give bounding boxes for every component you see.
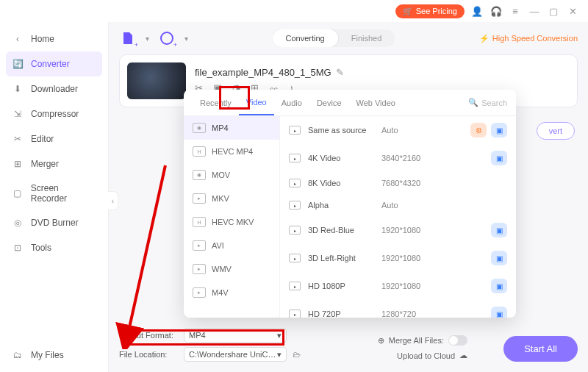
format-type-hevc-mp4[interactable]: HHEVC MP4: [184, 140, 279, 163]
create-icon[interactable]: ▣: [491, 223, 507, 237]
format-type-mov[interactable]: ◉MOV: [184, 163, 279, 187]
format-preset-list: ▸Same as sourceAuto⚙▣ ▸4K Video3840*2160…: [279, 116, 516, 318]
chevron-down-icon[interactable]: ▾: [146, 35, 149, 43]
chevron-down-icon[interactable]: ▾: [184, 35, 188, 43]
add-file-button[interactable]: +: [119, 29, 137, 47]
sidebar-item-merger[interactable]: ⊞Merger: [0, 151, 108, 176]
format-type-mp4[interactable]: ◉MP4: [184, 116, 279, 140]
preset-3d-left-right[interactable]: ▸3D Left-Right1920*1080▣: [280, 244, 516, 272]
high-speed-toggle[interactable]: ⚡ High Speed Conversion: [479, 34, 578, 43]
close-icon[interactable]: ✕: [566, 4, 579, 18]
tab-audio[interactable]: Audio: [274, 91, 309, 115]
preset-8k[interactable]: ▸8K Video7680*4320: [280, 172, 516, 194]
folder-icon: 🗂: [12, 349, 24, 361]
minimize-icon[interactable]: —: [528, 4, 541, 18]
sidebar-item-converter[interactable]: 🔄Converter: [6, 51, 102, 76]
preset-name: Alpha: [308, 201, 381, 210]
play-icon: ▸: [289, 310, 301, 318]
svg-line-1: [129, 165, 165, 331]
format-type-label: HEVC MKV: [212, 218, 254, 226]
download-icon: ⬇: [12, 83, 24, 95]
create-icon[interactable]: ▣: [491, 151, 507, 165]
format-type-wmv[interactable]: ▸WMV: [184, 257, 279, 281]
tab-video[interactable]: Video: [239, 90, 274, 115]
merge-icon: ⊕: [378, 336, 384, 346]
sidebar-item-my-files[interactable]: 🗂My Files: [0, 343, 108, 368]
create-icon[interactable]: ▣: [491, 123, 507, 137]
sidebar-item-dvd-burner[interactable]: ◎DVD Burner: [0, 210, 108, 235]
create-icon[interactable]: ▣: [491, 251, 507, 265]
user-icon[interactable]: 👤: [470, 4, 484, 18]
video-file-icon: ◉: [193, 123, 206, 133]
settings-icon[interactable]: ⚙: [470, 123, 487, 137]
create-icon[interactable]: ▣: [491, 307, 507, 318]
play-icon: ▸: [289, 179, 301, 187]
tab-web-video[interactable]: Web Video: [349, 91, 403, 115]
compress-icon: ⇲: [12, 108, 24, 120]
sidebar-item-compressor[interactable]: ⇲Compressor: [0, 101, 108, 126]
headset-icon[interactable]: 🎧: [490, 4, 503, 18]
preset-name: Same as source: [308, 126, 381, 135]
file-location-label: File Location:: [119, 350, 178, 359]
chevron-down-icon: ▾: [277, 350, 282, 360]
sidebar-item-label: Downloader: [31, 84, 78, 94]
play-icon: ▸: [289, 282, 301, 290]
output-format-select[interactable]: MP4 ▾: [184, 328, 287, 343]
sidebar-item-downloader[interactable]: ⬇Downloader: [0, 76, 108, 101]
titlebar: 🛒 See Pricing 👤 🎧 ≡ — ▢ ✕: [0, 0, 588, 22]
format-type-m4v[interactable]: ▸M4V: [184, 281, 279, 304]
format-type-label: MKV: [212, 194, 229, 203]
format-type-mkv[interactable]: ▸MKV: [184, 187, 279, 210]
cloud-icon[interactable]: ☁: [459, 351, 467, 360]
convert-icon: 🔄: [12, 58, 24, 70]
format-type-list: ◉MP4 HHEVC MP4 ◉MOV ▸MKV HHEVC MKV ▸AVI …: [184, 116, 279, 318]
edit-icon[interactable]: ✎: [336, 67, 344, 78]
play-icon: ▸: [289, 126, 301, 135]
preset-hd-720p[interactable]: ▸HD 720P1280*720▣: [280, 300, 516, 318]
search-placeholder: Search: [481, 99, 507, 107]
merge-label: Merge All Files:: [389, 336, 444, 345]
format-type-avi[interactable]: ▸AVI: [184, 234, 279, 257]
bottom-bar: Output Format: MP4 ▾ File Location: C:\W…: [119, 328, 578, 366]
play-icon: ▸: [289, 154, 301, 162]
menu-icon[interactable]: ≡: [509, 4, 522, 18]
sidebar-item-label: Compressor: [31, 109, 79, 119]
preset-same-as-source[interactable]: ▸Same as sourceAuto⚙▣: [280, 116, 516, 144]
preset-name: 3D Red-Blue: [308, 226, 381, 235]
sidebar-item-tools[interactable]: ⊡Tools: [0, 235, 108, 260]
sidebar-item-label: Screen Recorder: [31, 183, 96, 204]
preset-hd-1080p[interactable]: ▸HD 1080P1920*1080▣: [280, 272, 516, 300]
preset-3d-red-blue[interactable]: ▸3D Red-Blue1920*1080▣: [280, 216, 516, 244]
see-pricing-button[interactable]: 🛒 See Pricing: [395, 4, 465, 18]
sidebar-item-label: DVD Burner: [31, 218, 79, 228]
video-thumbnail[interactable]: [127, 62, 186, 99]
sidebar-item-label: Merger: [31, 159, 59, 169]
tab-converting[interactable]: Converting: [273, 29, 338, 47]
tab-finished[interactable]: Finished: [338, 29, 395, 47]
sidebar-item-screen-recorder[interactable]: ▢Screen Recorder: [0, 176, 108, 210]
open-folder-icon[interactable]: 🗁: [293, 350, 301, 359]
file-location-select[interactable]: C:\Wondershare UniConverter ▾: [184, 347, 287, 362]
preset-name: 8K Video: [308, 179, 381, 187]
tab-recently[interactable]: Recently: [193, 91, 239, 115]
format-type-label: MOV: [212, 171, 230, 179]
create-icon[interactable]: ▣: [491, 279, 507, 293]
preset-alpha[interactable]: ▸AlphaAuto: [280, 194, 516, 216]
preset-resolution: 1920*1080: [381, 282, 491, 290]
video-file-icon: H: [193, 146, 206, 157]
add-disc-button[interactable]: +: [158, 29, 176, 47]
sidebar-item-editor[interactable]: ✂Editor: [0, 126, 108, 151]
merge-toggle[interactable]: [448, 335, 467, 346]
format-search[interactable]: 🔍 Search: [468, 98, 507, 107]
preset-resolution: Auto: [381, 126, 470, 135]
convert-button[interactable]: vert: [537, 122, 575, 140]
sidebar-item-home[interactable]: ‹Home: [0, 26, 108, 51]
preset-4k[interactable]: ▸4K Video3840*2160▣: [280, 144, 516, 172]
sidebar-item-label: My Files: [31, 350, 64, 360]
preset-name: 3D Left-Right: [308, 254, 381, 262]
tab-device[interactable]: Device: [309, 91, 349, 115]
format-type-hevc-mkv[interactable]: HHEVC MKV: [184, 210, 279, 234]
preset-resolution: 1920*1080: [381, 226, 491, 235]
start-all-button[interactable]: Start All: [503, 336, 578, 362]
maximize-icon[interactable]: ▢: [547, 4, 560, 18]
